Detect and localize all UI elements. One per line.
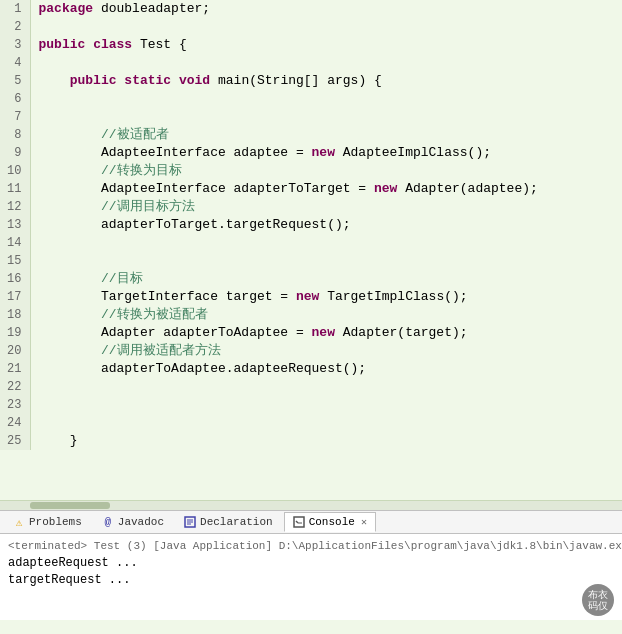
line-number: 9 (0, 144, 30, 162)
line-content (30, 18, 622, 36)
code-text: } (39, 433, 78, 448)
code-line: 14 (0, 234, 622, 252)
keyword: new (312, 325, 335, 340)
line-content: //转换为被适配者 (30, 306, 622, 324)
code-text (39, 199, 101, 214)
watermark-inner: 布衣码仅 (588, 589, 608, 611)
keyword: class (93, 37, 132, 52)
line-number: 5 (0, 72, 30, 90)
line-number: 18 (0, 306, 30, 324)
code-line: 6 (0, 90, 622, 108)
line-number: 20 (0, 342, 30, 360)
line-content: public class Test { (30, 36, 622, 54)
line-content: //调用被适配者方法 (30, 342, 622, 360)
svg-rect-4 (294, 517, 304, 527)
code-line: 20 //调用被适配者方法 (0, 342, 622, 360)
line-number: 4 (0, 54, 30, 72)
line-number: 11 (0, 180, 30, 198)
comment: //调用被适配者方法 (101, 343, 221, 358)
code-line: 10 //转换为目标 (0, 162, 622, 180)
code-line: 12 //调用目标方法 (0, 198, 622, 216)
console-bottom-bar: 布衣码仅 (582, 584, 614, 616)
line-content: package doubleadapter; (30, 0, 622, 18)
code-text: AdapteeInterface adaptee = (39, 145, 312, 160)
code-text (85, 37, 93, 52)
code-table: 1package doubleadapter;2 3public class T… (0, 0, 622, 450)
code-text: doubleadapter; (93, 1, 210, 16)
line-number: 25 (0, 432, 30, 450)
keyword: void (179, 73, 210, 88)
line-content (30, 108, 622, 126)
code-line: 3public class Test { (0, 36, 622, 54)
code-line: 1package doubleadapter; (0, 0, 622, 18)
code-line: 8 //被适配者 (0, 126, 622, 144)
comment: //调用目标方法 (101, 199, 195, 214)
line-content: adapterToTarget.targetRequest(); (30, 216, 622, 234)
line-content (30, 234, 622, 252)
console-tab-close[interactable]: ✕ (361, 516, 367, 528)
code-text: Test { (132, 37, 187, 52)
keyword: new (374, 181, 397, 196)
line-content: //转换为目标 (30, 162, 622, 180)
code-line: 9 AdapteeInterface adaptee = new Adaptee… (0, 144, 622, 162)
line-number: 21 (0, 360, 30, 378)
line-content (30, 252, 622, 270)
line-number: 10 (0, 162, 30, 180)
keyword: package (39, 1, 94, 16)
line-number: 3 (0, 36, 30, 54)
line-number: 14 (0, 234, 30, 252)
tab-declaration[interactable]: Declaration (175, 512, 282, 532)
tab-javadoc[interactable]: @Javadoc (93, 512, 173, 532)
line-number: 15 (0, 252, 30, 270)
problems-tab-label: Problems (29, 516, 82, 528)
code-text (39, 271, 101, 286)
line-number: 7 (0, 108, 30, 126)
code-text (39, 343, 101, 358)
tab-console[interactable]: Console✕ (284, 512, 376, 532)
line-content (30, 414, 622, 432)
code-text: AdapteeImplClass(); (335, 145, 491, 160)
tabs-bar: ⚠Problems@JavadocDeclarationConsole✕ (0, 510, 622, 534)
scroll-thumb-h[interactable] (30, 502, 110, 509)
code-line: 17 TargetInterface target = new TargetIm… (0, 288, 622, 306)
code-text: TargetInterface target = (39, 289, 296, 304)
watermark-icon: 布衣码仅 (582, 584, 614, 616)
comment: //被适配者 (101, 127, 169, 142)
console-output-line: adapteeRequest ... (8, 555, 614, 572)
keyword: new (296, 289, 319, 304)
keyword: new (312, 145, 335, 160)
line-content: TargetInterface target = new TargetImplC… (30, 288, 622, 306)
line-content (30, 54, 622, 72)
tab-problems[interactable]: ⚠Problems (4, 512, 91, 532)
code-line: 13 adapterToTarget.targetRequest(); (0, 216, 622, 234)
code-line: 21 adapterToAdaptee.adapteeRequest(); (0, 360, 622, 378)
line-content (30, 396, 622, 414)
line-number: 1 (0, 0, 30, 18)
console-tab-label: Console (309, 516, 355, 528)
code-line: 5 public static void main(String[] args)… (0, 72, 622, 90)
console-tab-icon (293, 516, 305, 528)
line-content (30, 378, 622, 396)
declaration-tab-icon (184, 516, 196, 528)
keyword: public (70, 73, 117, 88)
code-text: AdapteeInterface adapterToTarget = (39, 181, 374, 196)
line-content: //调用目标方法 (30, 198, 622, 216)
comment: //目标 (101, 271, 143, 286)
console-terminated-line: <terminated> Test (3) [Java Application]… (8, 538, 614, 555)
horizontal-scrollbar[interactable] (0, 500, 622, 510)
code-line: 16 //目标 (0, 270, 622, 288)
code-text: Adapter(adaptee); (397, 181, 537, 196)
svg-line-5 (296, 521, 298, 523)
problems-tab-icon: ⚠ (13, 516, 25, 528)
line-number: 16 (0, 270, 30, 288)
code-text: Adapter(target); (335, 325, 468, 340)
line-content: adapterToAdaptee.adapteeRequest(); (30, 360, 622, 378)
code-text (39, 127, 101, 142)
declaration-tab-label: Declaration (200, 516, 273, 528)
code-line: 22 (0, 378, 622, 396)
line-number: 19 (0, 324, 30, 342)
code-line: 24 (0, 414, 622, 432)
code-line: 23 (0, 396, 622, 414)
code-text: adapterToTarget.targetRequest(); (39, 217, 351, 232)
code-text: main(String[] args) { (210, 73, 382, 88)
